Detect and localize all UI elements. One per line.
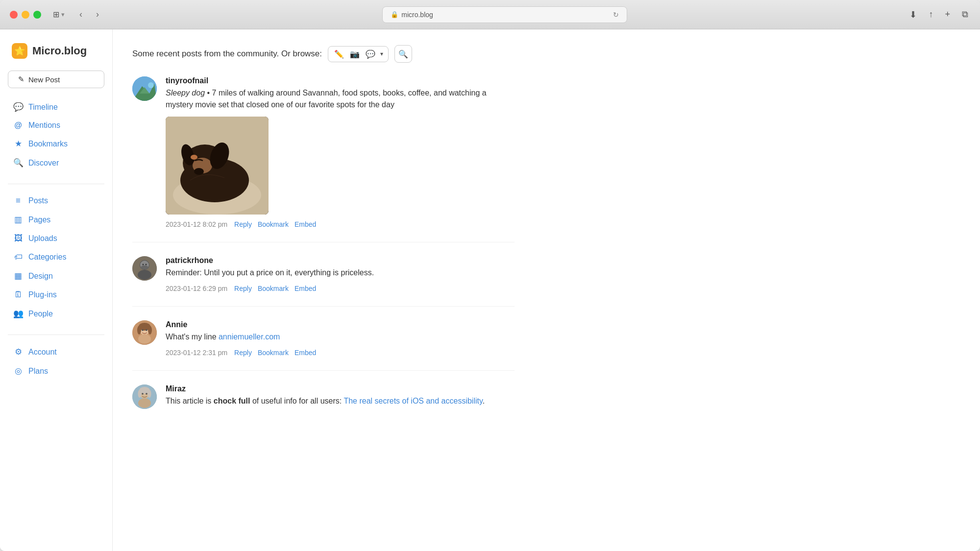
reply-button-post1[interactable]: Reply xyxy=(234,220,252,228)
post-text-bold: chock full xyxy=(214,397,250,405)
nav-divider xyxy=(8,184,104,184)
svg-point-28 xyxy=(142,329,144,331)
sidebar-icon: ⊞ xyxy=(53,10,59,19)
forward-icon: › xyxy=(96,9,99,19)
uploads-icon: 🖼 xyxy=(13,234,24,243)
logo-text: Micro.blog xyxy=(32,45,87,57)
sidebar-item-mentions[interactable]: @ Mentions xyxy=(8,117,104,134)
post-username[interactable]: tinyroofnail xyxy=(166,76,514,85)
avatar-patrickrhone xyxy=(132,256,157,281)
sidebar-item-posts[interactable]: ≡ Posts xyxy=(8,192,104,210)
browse-more-btn[interactable]: 💬 xyxy=(364,48,377,60)
svg-point-37 xyxy=(146,393,147,395)
minimize-button[interactable] xyxy=(22,11,29,19)
mentions-icon: @ xyxy=(13,121,24,130)
svg-point-12 xyxy=(194,168,204,175)
bookmark-button-post2[interactable]: Bookmark xyxy=(258,285,289,292)
post-link-anniemueller[interactable]: anniemueller.com xyxy=(219,333,280,341)
back-button[interactable]: ‹ xyxy=(76,7,85,22)
sidebar-item-pages[interactable]: ▥ Pages xyxy=(8,211,104,229)
svg-point-35 xyxy=(148,390,151,398)
bookmark-button-post3[interactable]: Bookmark xyxy=(258,349,289,357)
dog-photo xyxy=(166,117,269,215)
reply-button-post2[interactable]: Reply xyxy=(234,285,252,292)
sidebar-item-people[interactable]: 👥 People xyxy=(8,305,104,323)
sidebar-item-label: Account xyxy=(28,348,57,357)
sidebar-item-label: Mentions xyxy=(28,121,60,130)
post-username[interactable]: Annie xyxy=(166,320,514,329)
embed-button-post1[interactable]: Embed xyxy=(294,220,316,228)
posts-icon: ≡ xyxy=(13,196,24,206)
tab-overview-button[interactable]: ⧉ xyxy=(960,7,970,22)
browse-buttons: ✏️ 📷 💬 ▾ xyxy=(328,46,389,62)
post-timestamp: 2023-01-12 6:29 pm xyxy=(166,285,227,292)
sidebar-item-design[interactable]: ▦ Design xyxy=(8,267,104,285)
logo-icon: ⭐ xyxy=(12,43,27,59)
svg-point-27 xyxy=(148,326,152,335)
embed-button-post3[interactable]: Embed xyxy=(294,349,316,357)
post-body-miraz: Miraz This article is chock full of usef… xyxy=(166,384,514,413)
account-icon: ⚙ xyxy=(13,347,24,357)
fullscreen-button[interactable] xyxy=(33,11,41,19)
categories-icon: 🏷 xyxy=(13,252,24,262)
sidebar-item-label: Posts xyxy=(28,196,48,205)
post-link-ios-accessibility[interactable]: The real secrets of iOS and accessibilit… xyxy=(343,397,482,405)
sidebar-item-label: Plug-ins xyxy=(28,290,57,299)
browse-photos-btn[interactable]: 📷 xyxy=(348,48,362,60)
sidebar-item-label: Categories xyxy=(28,253,66,262)
post-text-plain: What's my line xyxy=(166,333,219,341)
reload-icon[interactable]: ↻ xyxy=(613,11,619,19)
timeline-icon: 💬 xyxy=(13,102,24,112)
url-text: micro.blog xyxy=(401,11,433,19)
sidebar-item-label: Timeline xyxy=(28,103,58,112)
share-button[interactable]: ↑ xyxy=(927,7,935,22)
post-text-end: . xyxy=(483,397,485,405)
search-icon: 🔍 xyxy=(398,49,408,59)
search-button[interactable]: 🔍 xyxy=(394,45,412,63)
post-username[interactable]: Miraz xyxy=(166,384,514,393)
nav-divider-2 xyxy=(8,335,104,335)
browse-emoji-btn[interactable]: ✏️ xyxy=(332,48,346,60)
new-tab-button[interactable]: + xyxy=(943,7,952,22)
avatar-tinyroofnail xyxy=(132,76,157,101)
sidebar-toggle-button[interactable]: ⊞ ▾ xyxy=(49,8,69,21)
sidebar-item-label: People xyxy=(28,310,53,318)
post-text-before: This article is xyxy=(166,397,214,405)
new-post-button[interactable]: ✎ New Post xyxy=(8,71,104,88)
star-icon: ⭐ xyxy=(14,46,25,56)
sidebar-item-categories[interactable]: 🏷 Categories xyxy=(8,248,104,266)
reply-button-post3[interactable]: Reply xyxy=(234,349,252,357)
bookmark-button-post1[interactable]: Bookmark xyxy=(258,220,289,228)
post-text-content: Reminder: Until you put a price on it, e… xyxy=(166,268,374,277)
embed-button-post2[interactable]: Embed xyxy=(294,285,316,292)
svg-point-34 xyxy=(138,390,142,398)
svg-point-19 xyxy=(143,264,144,265)
design-icon: ▦ xyxy=(13,271,24,281)
svg-point-21 xyxy=(141,265,148,269)
svg-point-17 xyxy=(138,270,151,280)
sidebar-item-timeline[interactable]: 💬 Timeline xyxy=(8,98,104,116)
forward-button[interactable]: › xyxy=(93,7,102,22)
page-content: ⭐ Micro.blog ✎ New Post 💬 Timeline @ Men… xyxy=(0,29,980,551)
post-text-annie: What's my line anniemueller.com xyxy=(166,331,514,343)
sidebar-item-label: Discover xyxy=(28,159,59,168)
sidebar-item-account[interactable]: ⚙ Account xyxy=(8,343,104,361)
discover-icon: 🔍 xyxy=(13,158,24,168)
post-username[interactable]: patrickrhone xyxy=(166,256,514,265)
sidebar-item-plans[interactable]: ◎ Plans xyxy=(8,362,104,380)
post-tinyroofnail: tinyroofnail Sleepy dog • 7 miles of wal… xyxy=(132,76,514,242)
sidebar-item-discover[interactable]: 🔍 Discover xyxy=(8,154,104,172)
svg-point-32 xyxy=(138,398,151,408)
nav-section-account: ⚙ Account ◎ Plans xyxy=(8,343,104,380)
post-text-miraz: This article is chock full of useful inf… xyxy=(166,395,514,407)
browse-dropdown-btn[interactable]: ▾ xyxy=(379,49,384,58)
sidebar-item-plugins[interactable]: 🗓 Plug-ins xyxy=(8,286,104,304)
sidebar-item-bookmarks[interactable]: ★ Bookmarks xyxy=(8,135,104,153)
post-text-rest: • 7 miles of walking around Savannah, fo… xyxy=(166,89,487,109)
post-body-patrickrhone: patrickrhone Reminder: Until you put a p… xyxy=(166,256,514,292)
close-button[interactable] xyxy=(10,11,18,19)
download-button[interactable]: ⬇ xyxy=(907,7,919,22)
url-field[interactable]: 🔒 micro.blog ↻ xyxy=(382,6,627,23)
chevron-down-icon: ▾ xyxy=(61,11,65,18)
sidebar-item-uploads[interactable]: 🖼 Uploads xyxy=(8,230,104,247)
